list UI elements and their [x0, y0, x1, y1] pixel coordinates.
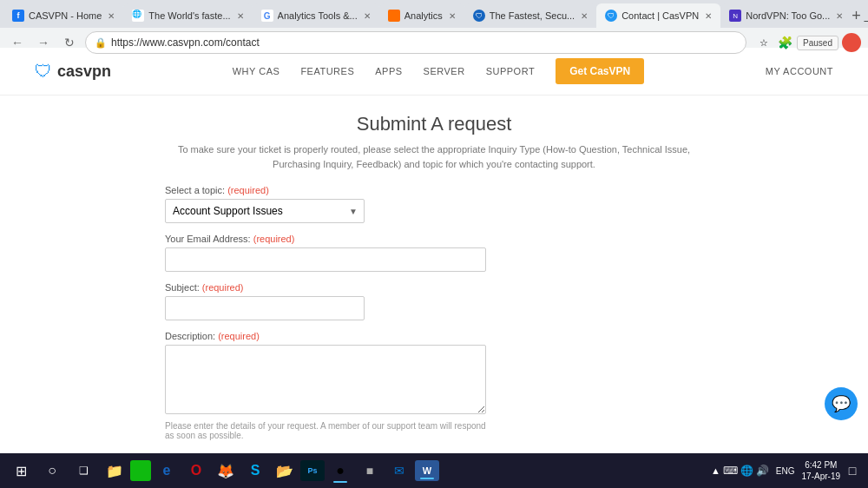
topic-select[interactable]: Account Support Issues Technical Issue P…: [165, 199, 365, 223]
subject-field[interactable]: [165, 296, 365, 320]
taskbar-app-misc[interactable]: ■: [356, 457, 384, 485]
description-note: Please enter the details of your request…: [165, 421, 486, 440]
site-navigation: 🛡 casvpn WHY CAS FEATURES APPS SERVER SU…: [0, 48, 868, 96]
taskbar-app-opera[interactable]: O: [182, 457, 210, 485]
site-logo[interactable]: 🛡 casvpn: [35, 62, 111, 82]
tab-world[interactable]: 🌐 The World's faste... ✕: [123, 3, 252, 28]
tab-close-g[interactable]: ✕: [364, 11, 371, 21]
chat-icon: 💬: [832, 394, 851, 413]
user-avatar[interactable]: [842, 33, 861, 52]
get-casvpn-button[interactable]: Get CasVPN: [556, 58, 644, 84]
form-subtitle: To make sure your ticket is properly rou…: [165, 142, 703, 171]
taskbar-app-chrome[interactable]: ●: [326, 457, 354, 485]
nav-why-cas[interactable]: WHY CAS: [233, 66, 280, 76]
topic-group: Select a topic: (required) Account Suppo…: [165, 185, 703, 223]
topic-label: Select a topic: (required): [165, 185, 703, 195]
back-button[interactable]: ←: [7, 32, 28, 53]
tab-facebook[interactable]: f CASVPN - Home ✕: [3, 3, 123, 28]
bookmark-icon[interactable]: ☆: [755, 34, 773, 51]
tab-favicon-security: 🛡: [473, 10, 485, 22]
tab-close-security[interactable]: ✕: [581, 11, 588, 21]
tab-favicon-nord: N: [729, 10, 741, 22]
tab-google[interactable]: G Analytics Tools &... ✕: [253, 3, 379, 28]
nav-links: WHY CAS FEATURES APPS SERVER SUPPORT Get…: [233, 58, 644, 84]
form-inner: Submint A request To make sure your tick…: [165, 113, 703, 443]
taskbar-apps: 📁 e O 🦊 S 📂 Ps ● ■ ✉ W: [101, 457, 707, 485]
taskbar-app-firefox[interactable]: 🦊: [212, 457, 240, 485]
tab-favicon-casvpn: 🛡: [605, 10, 617, 22]
nav-server[interactable]: SERVER: [424, 66, 465, 76]
email-group: Your Email Address: (required): [165, 234, 703, 272]
subject-label-text: Subject:: [165, 282, 200, 293]
form-area: Submint A request To make sure your tick…: [0, 96, 868, 443]
forward-button[interactable]: →: [33, 32, 54, 53]
tab-nord[interactable]: N NordVPN: Too Go... ✕: [720, 3, 852, 28]
taskbar-app-ie[interactable]: e: [153, 457, 181, 485]
taskbar-app-explorer[interactable]: 📁: [101, 457, 128, 485]
search-button[interactable]: ○: [38, 457, 66, 485]
browser-actions: ☆ 🧩 Paused: [755, 33, 861, 52]
taskbar-time-display: 6:42 PM: [802, 459, 840, 471]
nav-features[interactable]: FEATURES: [300, 66, 354, 76]
tab-favicon-world: 🌐: [132, 10, 144, 22]
nav-apps[interactable]: APPS: [375, 66, 402, 76]
paused-button[interactable]: Paused: [797, 36, 838, 50]
task-view-button[interactable]: ❑: [69, 457, 97, 485]
tab-label-analytics: Analytics: [404, 10, 443, 21]
taskbar-app-ds[interactable]: [130, 460, 151, 481]
volume-icon[interactable]: 🔊: [756, 465, 769, 477]
email-required-badge: (required): [253, 234, 295, 244]
language-button[interactable]: ENG: [773, 465, 799, 478]
tab-security[interactable]: 🛡 The Fastest, Secu... ✕: [464, 3, 596, 28]
tab-close[interactable]: ✕: [108, 11, 115, 21]
email-label: Your Email Address: (required): [165, 234, 703, 244]
keyboard-icon[interactable]: ⌨: [723, 465, 738, 477]
topic-label-text: Select a topic:: [165, 185, 225, 195]
notification-button[interactable]: □: [844, 462, 861, 479]
chat-bubble-button[interactable]: 💬: [825, 387, 858, 420]
website-content: 🛡 casvpn WHY CAS FEATURES APPS SERVER SU…: [0, 48, 868, 443]
taskbar-app-skype[interactable]: S: [241, 457, 269, 485]
description-label: Description: (required): [165, 331, 703, 341]
tab-close-world[interactable]: ✕: [237, 11, 244, 21]
tab-close-analytics[interactable]: ✕: [449, 11, 456, 21]
taskbar-app-word[interactable]: W: [415, 460, 439, 481]
description-label-text: Description:: [165, 331, 215, 341]
taskbar-app-outlook[interactable]: ✉: [385, 457, 413, 485]
tab-analytics[interactable]: Analytics ✕: [379, 3, 464, 28]
description-required-badge: (required): [218, 331, 260, 341]
my-account-link[interactable]: MY ACCOUNT: [766, 66, 833, 76]
minimize-button[interactable]: ─: [861, 14, 868, 28]
tab-close-casvpn[interactable]: ✕: [705, 11, 712, 21]
nav-support[interactable]: SUPPORT: [486, 66, 535, 76]
start-button[interactable]: ⊞: [7, 457, 35, 485]
new-tab-button[interactable]: +: [852, 3, 861, 28]
tab-close-nord[interactable]: ✕: [836, 11, 843, 21]
description-textarea[interactable]: [165, 345, 486, 414]
tab-label-nord: NordVPN: Too Go...: [746, 10, 830, 21]
taskbar-system-icons: ▲ ⌨ 🌐 🔊: [711, 465, 769, 477]
email-field[interactable]: [165, 247, 486, 272]
reload-button[interactable]: ↻: [59, 32, 80, 53]
taskbar: ⊞ ○ ❑ 📁 e O 🦊 S 📂 Ps ● ■ ✉ W ▲ ⌨ 🌐 🔊 ENG…: [0, 453, 868, 488]
topic-select-wrap: Account Support Issues Technical Issue P…: [165, 199, 365, 223]
network-icon[interactable]: 🌐: [740, 465, 753, 477]
tab-label-casvpn: Contact | CasVPN: [621, 10, 699, 21]
taskbar-app-photoshop[interactable]: Ps: [300, 460, 325, 481]
extensions-icon[interactable]: 🧩: [776, 34, 793, 51]
logo-text: casvpn: [57, 63, 111, 81]
address-box[interactable]: 🔒 https://www.casvpn.com/contact: [85, 31, 746, 54]
tab-label-world: The World's faste...: [148, 10, 230, 21]
tab-label-g: Analytics Tools &...: [278, 10, 358, 21]
taskbar-clock[interactable]: 6:42 PM 17-Apr-19: [802, 459, 840, 482]
taskbar-right: ▲ ⌨ 🌐 🔊 ENG 6:42 PM 17-Apr-19 □: [711, 459, 861, 482]
taskbar-date-display: 17-Apr-19: [802, 471, 840, 482]
form-title: Submint A request: [165, 113, 703, 135]
tab-casvpn-contact[interactable]: 🛡 Contact | CasVPN ✕: [596, 3, 720, 28]
topic-required-badge: (required): [227, 185, 269, 195]
tab-label: CASVPN - Home: [29, 10, 102, 21]
tab-favicon-g: G: [261, 10, 273, 22]
browser-chrome: f CASVPN - Home ✕ 🌐 The World's faste...…: [0, 0, 868, 48]
up-arrow-icon[interactable]: ▲: [711, 465, 720, 476]
taskbar-app-folder2[interactable]: 📂: [271, 457, 299, 485]
